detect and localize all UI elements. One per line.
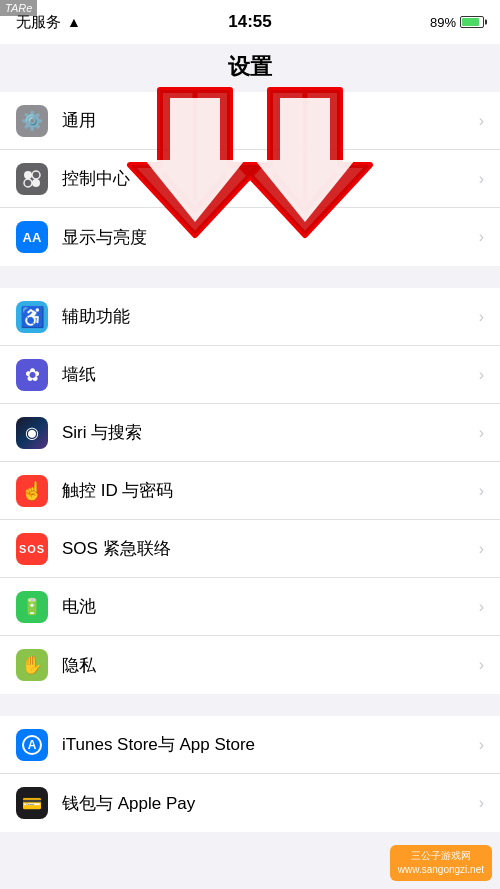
- wallet-icon: 💳: [16, 787, 48, 819]
- battery-row-icon: 🔋: [16, 591, 48, 623]
- settings-row-touchid[interactable]: ☝ 触控 ID 与密码 ›: [0, 462, 500, 520]
- accessibility-icon: ♿: [16, 301, 48, 333]
- svg-point-8: [24, 179, 32, 187]
- itunes-label: iTunes Store与 App Store: [62, 733, 471, 756]
- display-icon: AA: [16, 221, 48, 253]
- wifi-icon: ▲: [67, 14, 81, 30]
- settings-row-wallet[interactable]: 💳 钱包与 Apple Pay ›: [0, 774, 500, 832]
- accessibility-label: 辅助功能: [62, 305, 471, 328]
- settings-section-1: ⚙️ 通用 › 控制中心 › AA 显示与亮度 ›: [0, 92, 500, 266]
- battery-chevron: ›: [479, 598, 484, 616]
- tare-text: TARe: [5, 2, 32, 14]
- section-gap-2: [0, 696, 500, 716]
- settings-row-battery[interactable]: 🔋 电池 ›: [0, 578, 500, 636]
- itunes-chevron: ›: [479, 736, 484, 754]
- settings-section-2: ♿ 辅助功能 › ✿ 墙纸 › ◉ Siri 与搜索 › ☝ 触控 ID 与密码…: [0, 288, 500, 694]
- app-store-svg: A: [21, 734, 43, 756]
- battery-percent: 89%: [430, 15, 456, 30]
- settings-row-itunes[interactable]: A iTunes Store与 App Store ›: [0, 716, 500, 774]
- control-center-label: 控制中心: [62, 167, 471, 190]
- watermark-line1: 三公子游戏网: [398, 849, 484, 863]
- control-center-svg: [22, 169, 42, 189]
- accessibility-chevron: ›: [479, 308, 484, 326]
- status-battery: 89%: [404, 15, 484, 30]
- settings-row-display[interactable]: AA 显示与亮度 ›: [0, 208, 500, 266]
- wallet-label: 钱包与 Apple Pay: [62, 792, 471, 815]
- watermark: 三公子游戏网 www.sangongzi.net: [390, 845, 492, 881]
- settings-row-general[interactable]: ⚙️ 通用 ›: [0, 92, 500, 150]
- general-icon: ⚙️: [16, 105, 48, 137]
- settings-row-control-center[interactable]: 控制中心 ›: [0, 150, 500, 208]
- touchid-label: 触控 ID 与密码: [62, 479, 471, 502]
- siri-icon: ◉: [16, 417, 48, 449]
- touchid-chevron: ›: [479, 482, 484, 500]
- page-title: 设置: [0, 44, 500, 92]
- settings-section-3: A iTunes Store与 App Store › 💳 钱包与 Apple …: [0, 716, 500, 832]
- wallpaper-icon: ✿: [16, 359, 48, 391]
- itunes-icon: A: [16, 729, 48, 761]
- sos-icon: SOS: [16, 533, 48, 565]
- siri-chevron: ›: [479, 424, 484, 442]
- settings-row-sos[interactable]: SOS SOS 紧急联络 ›: [0, 520, 500, 578]
- battery-label: 电池: [62, 595, 471, 618]
- battery-fill: [462, 18, 479, 26]
- svg-text:A: A: [28, 738, 37, 752]
- siri-label: Siri 与搜索: [62, 421, 471, 444]
- section-gap-1: [0, 268, 500, 288]
- general-label: 通用: [62, 109, 471, 132]
- status-bar: 无服务 ▲ 14:55 89%: [0, 0, 500, 44]
- display-chevron: ›: [479, 228, 484, 246]
- touchid-icon: ☝: [16, 475, 48, 507]
- settings-row-privacy[interactable]: ✋ 隐私 ›: [0, 636, 500, 694]
- page-title-text: 设置: [228, 54, 272, 79]
- display-label: 显示与亮度: [62, 226, 471, 249]
- privacy-label: 隐私: [62, 654, 471, 677]
- privacy-chevron: ›: [479, 656, 484, 674]
- wallet-chevron: ›: [479, 794, 484, 812]
- privacy-icon: ✋: [16, 649, 48, 681]
- settings-row-accessibility[interactable]: ♿ 辅助功能 ›: [0, 288, 500, 346]
- general-chevron: ›: [479, 112, 484, 130]
- status-time: 14:55: [228, 12, 271, 32]
- svg-point-9: [32, 171, 40, 179]
- wallpaper-label: 墙纸: [62, 363, 471, 386]
- settings-row-wallpaper[interactable]: ✿ 墙纸 ›: [0, 346, 500, 404]
- svg-point-7: [32, 179, 40, 187]
- settings-row-siri[interactable]: ◉ Siri 与搜索 ›: [0, 404, 500, 462]
- watermark-line2: www.sangongzi.net: [398, 863, 484, 877]
- sos-chevron: ›: [479, 540, 484, 558]
- sos-label: SOS 紧急联络: [62, 537, 471, 560]
- battery-icon: [460, 16, 484, 28]
- tare-watermark: TARe: [0, 0, 37, 16]
- control-center-icon: [16, 163, 48, 195]
- svg-point-6: [24, 171, 32, 179]
- control-center-chevron: ›: [479, 170, 484, 188]
- wallpaper-chevron: ›: [479, 366, 484, 384]
